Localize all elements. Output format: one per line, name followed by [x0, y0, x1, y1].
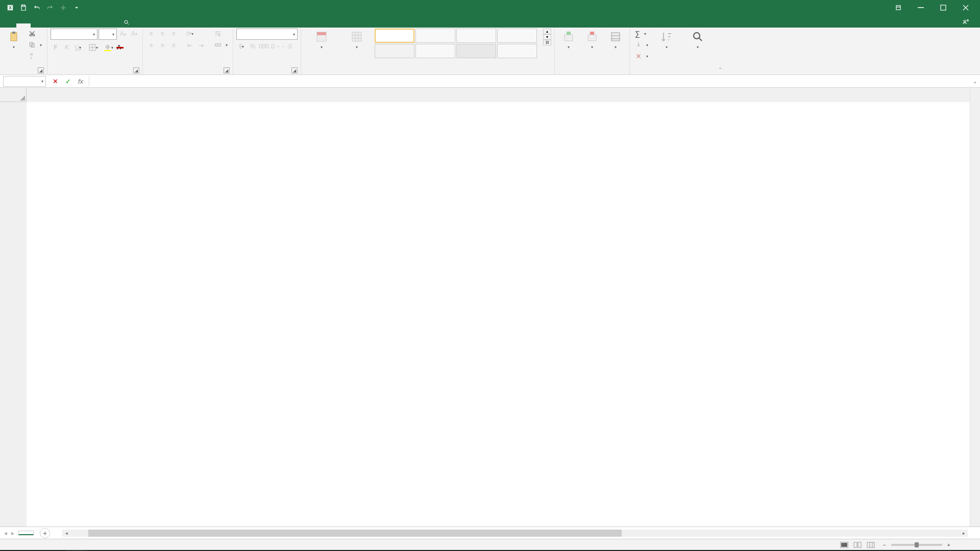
style-erklaerender[interactable] — [497, 44, 537, 58]
zoom-in-button[interactable]: + — [947, 542, 950, 548]
sort-filter-button[interactable]: ▾ — [652, 29, 681, 52]
view-pagelayout-button[interactable] — [852, 540, 863, 549]
zoom-out-button[interactable]: − — [883, 542, 886, 548]
bold-button[interactable]: F — [51, 42, 61, 53]
font-color-button[interactable]: A▾ — [115, 42, 125, 53]
number-dialog-launcher[interactable]: ◢ — [291, 67, 298, 73]
tab-review[interactable] — [88, 23, 102, 28]
italic-button[interactable]: K — [62, 42, 72, 53]
format-painter-button[interactable] — [27, 51, 44, 61]
tab-formulas[interactable] — [59, 23, 74, 28]
find-select-button[interactable]: ▾ — [683, 29, 713, 52]
style-scroll[interactable]: ▴▾⊟ — [543, 29, 551, 45]
clear-button[interactable]: ▾ — [633, 51, 650, 61]
cut-button[interactable] — [27, 29, 44, 39]
formula-input[interactable] — [89, 76, 970, 87]
maximize-icon[interactable] — [933, 0, 953, 15]
svg-rect-4 — [896, 6, 900, 10]
currency-button[interactable]: $▾ — [236, 41, 247, 52]
insert-function-button[interactable]: fx — [75, 76, 87, 87]
align-center-button[interactable]: ≡ — [157, 40, 167, 51]
style-berechnung[interactable] — [415, 44, 455, 58]
style-standard[interactable] — [375, 29, 414, 43]
ribbon-tabs — [0, 15, 980, 28]
tab-start[interactable] — [16, 23, 31, 28]
view-pagebreak-button[interactable] — [865, 540, 876, 549]
tab-insert[interactable] — [31, 23, 45, 28]
horizontal-scrollbar[interactable]: ◂ ▸ — [62, 530, 968, 537]
svg-rect-32 — [858, 542, 861, 547]
increase-font-button[interactable]: A▴ — [118, 29, 128, 39]
cells-area[interactable] — [27, 102, 970, 527]
group-styles: ▾ ▾ ▴▾⊟ — [301, 28, 555, 74]
close-icon[interactable] — [955, 0, 976, 15]
collapse-ribbon-button[interactable]: ⌃ — [716, 28, 725, 74]
fill-color-button[interactable]: ▾ — [104, 42, 114, 53]
font-size-select[interactable]: ▾ — [99, 29, 117, 40]
font-dialog-launcher[interactable]: ◢ — [133, 67, 139, 73]
excel-icon: X — [4, 2, 16, 13]
merge-button[interactable]: ▾ — [212, 40, 230, 50]
style-eingabe[interactable] — [456, 44, 496, 58]
fill-button[interactable]: ▾ — [633, 40, 650, 50]
tab-data[interactable] — [74, 23, 88, 28]
tab-pagelayout[interactable] — [45, 23, 59, 28]
align-right-button[interactable]: ≡ — [168, 40, 179, 51]
find-icon — [692, 31, 704, 43]
ribbon-options-icon[interactable] — [888, 0, 909, 15]
paste-button[interactable]: ▾ — [3, 29, 24, 52]
style-ausgabe[interactable] — [375, 44, 414, 58]
share-button[interactable] — [959, 16, 976, 28]
indent-decrease-button[interactable]: ⇤ — [185, 40, 195, 51]
alignment-dialog-launcher[interactable]: ◢ — [224, 67, 230, 73]
increase-decimal-button[interactable]: .0→ — [270, 41, 280, 52]
redo-icon[interactable] — [44, 2, 56, 13]
comma-button[interactable]: 000 — [259, 41, 269, 52]
style-gut[interactable] — [415, 29, 455, 43]
fill-icon — [104, 44, 111, 51]
align-top-button[interactable]: ≡ — [146, 29, 156, 39]
align-middle-button[interactable]: ≡ — [157, 29, 167, 39]
format-as-table-button[interactable]: ▾ — [341, 29, 373, 52]
sheet-nav[interactable]: ◂▸ — [0, 530, 18, 537]
conditional-formatting-button[interactable]: ▾ — [304, 29, 339, 52]
autosum-button[interactable]: ∑▾ — [633, 29, 650, 39]
touch-mode-icon[interactable] — [57, 2, 69, 13]
clipboard-dialog-launcher[interactable]: ◢ — [38, 67, 44, 73]
undo-icon[interactable] — [31, 2, 43, 13]
font-name-select[interactable]: ▾ — [51, 29, 97, 40]
wrap-text-button[interactable] — [212, 29, 230, 39]
style-schlecht[interactable] — [497, 29, 537, 43]
delete-cells-button[interactable]: ▾ — [581, 29, 603, 52]
align-bottom-button[interactable]: ≡ — [168, 29, 179, 39]
insert-cells-button[interactable]: ▾ — [558, 29, 579, 52]
qat-customize-icon[interactable] — [70, 2, 83, 13]
format-cells-button[interactable]: ▾ — [605, 29, 626, 52]
tab-file[interactable] — [2, 23, 16, 28]
decrease-decimal-button[interactable]: ←.0 — [281, 41, 291, 52]
sheet-tab-active[interactable] — [18, 531, 34, 535]
add-sheet-button[interactable]: + — [40, 528, 50, 538]
tab-view[interactable] — [102, 23, 116, 28]
name-box[interactable]: ▾ — [3, 76, 46, 87]
underline-button[interactable]: U▾ — [73, 42, 83, 53]
orientation-button[interactable]: ⟳▾ — [185, 29, 195, 39]
enter-edit-button[interactable]: ✓ — [62, 76, 74, 87]
cancel-edit-button[interactable]: ✕ — [49, 76, 61, 87]
view-normal-button[interactable] — [839, 540, 850, 549]
select-all-corner[interactable] — [0, 88, 27, 102]
save-icon[interactable] — [17, 2, 30, 13]
indent-increase-button[interactable]: ⇥ — [196, 40, 206, 51]
border-button[interactable]: ▾ — [88, 42, 99, 53]
minimize-icon[interactable] — [911, 0, 931, 15]
align-left-button[interactable]: ≡ — [146, 40, 156, 51]
tab-search[interactable] — [116, 17, 139, 28]
number-format-select[interactable]: ▾ — [236, 29, 298, 40]
expand-formula-bar-button[interactable]: ⌄ — [970, 79, 980, 84]
style-neutral[interactable] — [456, 29, 496, 43]
copy-button[interactable]: ▾ — [27, 40, 44, 50]
vertical-scrollbar[interactable] — [970, 88, 980, 527]
decrease-font-button[interactable]: A▾ — [129, 29, 139, 39]
zoom-slider[interactable] — [891, 544, 942, 546]
percent-button[interactable]: % — [248, 41, 258, 52]
